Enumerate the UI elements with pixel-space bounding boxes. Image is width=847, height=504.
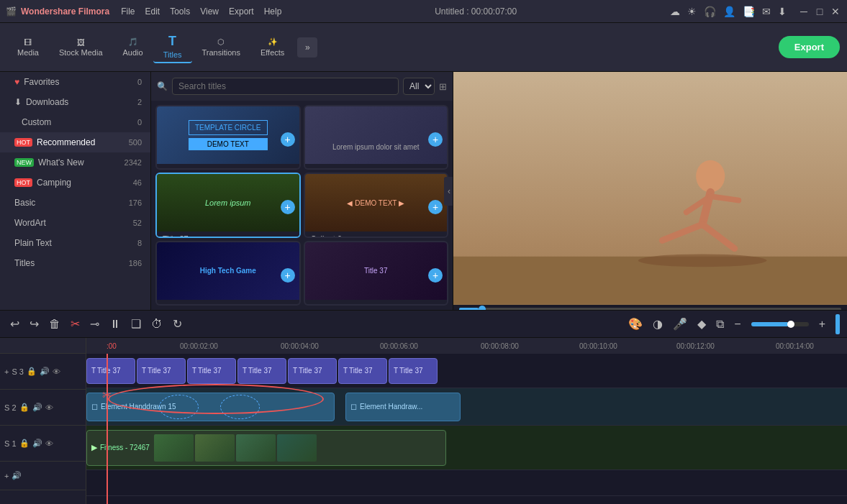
title-card-title37[interactable]: Lorem ipsum + Title 37 <box>155 173 301 237</box>
color-btn[interactable]: 🎨 <box>625 316 646 332</box>
track1-eye-btn[interactable]: 👁 <box>45 439 53 448</box>
add-title37-btn[interactable]: + <box>281 200 295 214</box>
track3-eye-btn[interactable]: 👁 <box>53 367 60 376</box>
playhead-time: :00 <box>107 342 117 350</box>
track1-lock-btn[interactable]: 🔒 <box>19 439 30 448</box>
track1-volume-btn[interactable]: 🔊 <box>32 439 42 448</box>
audio-adjust-btn[interactable]: 🎤 <box>670 316 690 332</box>
sidebar-item-whatsnew[interactable]: NEW What's New 2342 <box>0 152 150 173</box>
menu-export[interactable]: Export <box>229 6 254 17</box>
video-clip[interactable]: ▶ Fitness - 72467 <box>86 430 446 466</box>
title-card-callout5[interactable]: TEMPLATE CIRCLE DEMO TEXT + Callout 5 <box>155 105 301 170</box>
track2-lock-btn[interactable]: 🔒 <box>19 403 30 412</box>
close-button[interactable]: ✕ <box>830 6 841 17</box>
menu-file[interactable]: File <box>121 6 135 17</box>
loop-circle-2 <box>220 395 260 419</box>
sidebar-item-favorites[interactable]: ♥ Favorites 0 <box>0 72 150 92</box>
add-title37b-btn[interactable]: + <box>428 268 443 283</box>
cloud-icon[interactable]: ☁ <box>670 6 680 17</box>
sidebar-item-wordart[interactable]: WordArt 52 <box>0 213 150 233</box>
seek-bar[interactable] <box>459 308 841 310</box>
panel-collapse-btn[interactable]: ‹ <box>444 177 453 206</box>
add-bottom-btn[interactable]: + <box>4 472 9 480</box>
zoom-in-btn[interactable]: + <box>816 316 828 332</box>
toolbar-audio[interactable]: 🎵 Audio <box>113 35 153 60</box>
export-button[interactable]: Export <box>779 36 840 58</box>
toolbar-media[interactable]: 🎞 Media <box>7 35 49 60</box>
toolbar-stock[interactable]: 🖼 Stock Media <box>49 35 113 60</box>
title-card-title37b[interactable]: Title 37 + Title 37 B <box>304 241 449 306</box>
replace-btn[interactable]: ⧉ <box>713 316 727 332</box>
ripple-btn[interactable]: ⊸ <box>87 316 102 332</box>
title-clip-5[interactable]: T Title 37 <box>288 358 337 384</box>
keyframe-btn[interactable]: ◆ <box>694 316 709 332</box>
search-input[interactable] <box>172 78 399 95</box>
title-clip-4[interactable]: T Title 37 <box>237 358 286 384</box>
menu-help[interactable]: Help <box>264 6 282 17</box>
app-logo: 🎬 Wondershare Filmora <box>6 6 109 17</box>
add-callout6-btn[interactable]: + <box>428 200 443 214</box>
minimize-button[interactable]: ─ <box>798 6 810 17</box>
redo-btn[interactable]: ↪ <box>27 316 42 332</box>
title-clip-3[interactable]: T Title 37 <box>187 358 236 384</box>
toolbar-titles[interactable]: T Titles <box>153 31 192 63</box>
track3-lock-btn[interactable]: 🔒 <box>27 367 37 376</box>
seek-thumb[interactable] <box>479 306 486 310</box>
sidebar-item-camping[interactable]: HOT Camping 46 <box>0 173 150 193</box>
headphone-icon[interactable]: 🎧 <box>704 6 716 17</box>
download-icon[interactable]: ⬇ <box>778 6 787 17</box>
thumb-callout6: ◀ DEMO TEXT ▶ + <box>305 174 448 232</box>
view-toggle[interactable] <box>835 314 840 334</box>
toolbar-effects[interactable]: ✨ Effects <box>250 35 294 60</box>
track3-volume-btn[interactable]: 🔊 <box>40 367 50 376</box>
track0-volume-btn[interactable]: 🔊 <box>12 471 22 480</box>
add-subtitle5-btn[interactable]: + <box>428 132 443 147</box>
title-clip-6[interactable]: T Title 37 <box>338 358 387 384</box>
sidebar-item-custom[interactable]: Custom 0 <box>0 112 150 132</box>
menu-view[interactable]: View <box>200 6 219 17</box>
menu-edit[interactable]: Edit <box>145 6 160 17</box>
toolbar-expand-btn[interactable]: » <box>297 37 317 58</box>
zoom-thumb[interactable] <box>787 321 794 328</box>
delete-btn[interactable]: 🗑 <box>46 316 63 332</box>
crop-btn[interactable]: ❑ <box>128 316 144 332</box>
element-clip-2[interactable]: ◻ Element Handraw... <box>345 393 461 421</box>
add-track-btn[interactable]: + <box>4 367 9 376</box>
undo-btn[interactable]: ↩ <box>7 316 22 332</box>
mail-icon[interactable]: ✉ <box>762 6 771 17</box>
split-audio-btn[interactable]: ⏸ <box>107 316 124 332</box>
title-clip-1[interactable]: T Title 37 <box>86 358 135 384</box>
track2-volume-btn[interactable]: 🔊 <box>32 403 42 412</box>
title-card-callout6[interactable]: ◀ DEMO TEXT ▶ + Callout 6 <box>304 173 449 237</box>
sun-icon[interactable]: ☀ <box>687 6 697 17</box>
zoom-out-btn[interactable]: − <box>731 316 743 332</box>
title-card-game[interactable]: High Tech Game + High Tech Game <box>155 241 301 306</box>
playhead[interactable] <box>107 354 108 504</box>
track2-eye-btn[interactable]: 👁 <box>45 403 53 412</box>
cut-btn[interactable]: ✂ <box>68 316 83 332</box>
add-callout5-btn[interactable]: + <box>281 132 295 147</box>
bookmark-icon[interactable]: 📑 <box>743 6 755 17</box>
toolbar-transitions[interactable]: ⬡ Transitions <box>192 35 250 60</box>
sidebar-item-recommended[interactable]: HOT Recommended 500 <box>0 132 150 152</box>
element-clip-1[interactable]: ◻ Element Handdrawn 15 <box>86 393 335 421</box>
sidebar-item-titles-sub[interactable]: Titles 186 <box>0 253 150 273</box>
sidebar-item-basic[interactable]: Basic 176 <box>0 193 150 213</box>
add-game-btn[interactable]: + <box>281 268 295 283</box>
titles-label: Titles <box>163 50 182 59</box>
speed-btn[interactable]: ⏱ <box>148 316 166 332</box>
sidebar-item-downloads[interactable]: ⬇ Downloads 2 <box>0 92 150 112</box>
maximize-button[interactable]: □ <box>814 6 825 17</box>
title-card-subtitle5[interactable]: Lorem ipsum dolor sit amet + Subtitle 5 <box>304 105 449 170</box>
user-icon[interactable]: 👤 <box>723 6 735 17</box>
mask-btn[interactable]: ◑ <box>650 316 666 332</box>
title-clip-7[interactable]: T Title 37 <box>389 358 438 384</box>
title-icon7: T <box>394 367 398 375</box>
title-clip-2[interactable]: T Title 37 <box>137 358 186 384</box>
grid-view-icon[interactable]: ⊞ <box>439 81 447 92</box>
menu-tools[interactable]: Tools <box>170 6 190 17</box>
zoom-slider[interactable] <box>751 322 809 326</box>
sidebar-item-plaintext[interactable]: Plain Text 8 <box>0 233 150 253</box>
filter-dropdown[interactable]: All <box>403 78 435 95</box>
rotate-btn[interactable]: ↻ <box>170 316 185 332</box>
